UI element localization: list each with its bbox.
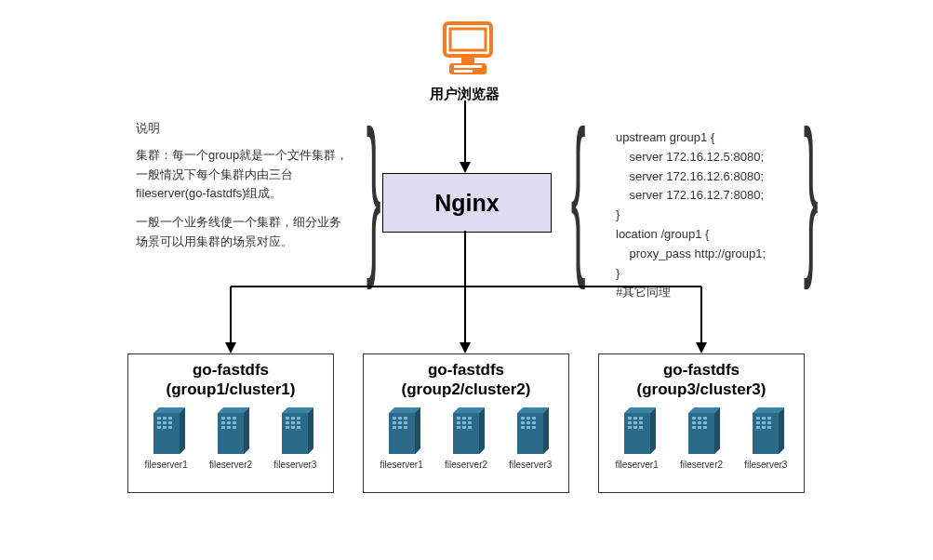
cluster-title-l1: go-fastdfs [605, 360, 798, 380]
svg-rect-18 [168, 417, 172, 420]
svg-rect-16 [157, 417, 161, 420]
note-left-title: 说明 [136, 119, 350, 139]
svg-rect-36 [297, 417, 300, 420]
server-icon [619, 406, 656, 456]
svg-rect-35 [291, 417, 295, 420]
svg-rect-77 [633, 426, 637, 429]
arrows-nginx-clusters [0, 231, 933, 361]
svg-rect-37 [286, 421, 289, 424]
svg-rect-92 [762, 421, 766, 424]
svg-rect-21 [168, 421, 172, 424]
svg-rect-50 [398, 426, 402, 429]
svg-rect-68 [526, 426, 530, 429]
svg-rect-33 [233, 426, 236, 429]
server-icon [447, 406, 485, 456]
svg-rect-2 [461, 56, 474, 63]
cluster-title-l2: (group3/cluster3) [605, 380, 798, 399]
svg-rect-23 [163, 426, 167, 429]
svg-rect-66 [532, 421, 536, 424]
server-icon [276, 406, 313, 456]
svg-rect-42 [297, 426, 300, 429]
server-label: fileserver3 [744, 460, 787, 470]
cluster-box-2: go-fastdfs (group2/cluster2) fileserver1… [363, 353, 569, 493]
server-item: fileserver3 [744, 406, 787, 470]
config-line: server 172.16.12.6:8080; [616, 167, 858, 187]
svg-rect-76 [628, 426, 632, 429]
svg-rect-43 [393, 417, 396, 420]
svg-rect-55 [457, 421, 460, 424]
config-line: upstream group1 { [616, 128, 858, 148]
svg-rect-73 [628, 421, 632, 424]
svg-rect-39 [297, 421, 300, 424]
svg-rect-89 [762, 417, 766, 420]
svg-rect-65 [526, 421, 530, 424]
svg-rect-48 [404, 421, 407, 424]
server-item: fileserver1 [145, 406, 188, 470]
svg-rect-19 [157, 421, 161, 424]
svg-rect-41 [291, 426, 295, 429]
svg-marker-13 [460, 342, 471, 353]
svg-rect-34 [286, 417, 289, 420]
svg-rect-62 [526, 417, 530, 420]
svg-rect-64 [521, 421, 525, 424]
server-label: fileserver2 [680, 460, 723, 470]
svg-rect-46 [393, 421, 396, 424]
arrow-browser-nginx [456, 100, 474, 173]
svg-rect-86 [698, 426, 701, 429]
servers-row: fileserver1 fileserver2 fileserver3 [605, 406, 798, 470]
cluster-title-l1: go-fastdfs [134, 360, 327, 380]
servers-row: fileserver1 fileserver2 fileserver3 [369, 406, 563, 470]
svg-rect-72 [639, 417, 643, 420]
svg-rect-52 [457, 417, 460, 420]
server-label: fileserver2 [445, 460, 487, 470]
svg-rect-87 [703, 426, 707, 429]
svg-rect-69 [532, 426, 536, 429]
svg-marker-7 [460, 162, 471, 173]
svg-rect-5 [454, 70, 473, 73]
svg-rect-61 [521, 417, 525, 420]
cluster-title-l2: (group2/cluster2) [369, 380, 563, 399]
svg-rect-38 [291, 421, 295, 424]
svg-rect-30 [233, 421, 236, 424]
svg-rect-56 [462, 421, 466, 424]
svg-rect-57 [468, 421, 472, 424]
svg-rect-4 [454, 65, 482, 68]
server-item: fileserver2 [209, 406, 252, 470]
svg-rect-49 [393, 426, 396, 429]
svg-rect-95 [762, 426, 766, 429]
note-left-p1: 集群：每一个group就是一个文件集群，一般情况下每个集群内由三台fileser… [136, 146, 350, 204]
svg-rect-54 [468, 417, 472, 420]
cluster-title: go-fastdfs (group2/cluster2) [369, 360, 563, 400]
diagram-container: 用户浏览器 } { } 说明 集群：每一个group就是一个文件集群，一般情况下… [0, 0, 933, 560]
svg-rect-28 [221, 421, 225, 424]
config-line: } [616, 206, 858, 225]
svg-rect-83 [698, 421, 701, 424]
svg-rect-31 [221, 426, 225, 429]
svg-rect-84 [703, 421, 707, 424]
svg-rect-22 [157, 426, 161, 429]
svg-rect-53 [462, 417, 466, 420]
server-icon [383, 406, 420, 456]
svg-rect-24 [168, 426, 172, 429]
svg-rect-63 [532, 417, 536, 420]
svg-rect-71 [633, 417, 637, 420]
svg-rect-59 [462, 426, 466, 429]
svg-rect-20 [163, 421, 167, 424]
server-label: fileserver1 [380, 460, 423, 470]
nginx-label: Nginx [434, 190, 499, 217]
svg-rect-80 [698, 417, 701, 420]
svg-rect-74 [633, 421, 637, 424]
server-item: fileserver3 [273, 406, 316, 470]
config-line: server 172.16.12.5:8080; [616, 148, 858, 167]
server-icon [512, 406, 549, 456]
svg-rect-32 [227, 426, 231, 429]
cluster-title: go-fastdfs (group3/cluster3) [605, 360, 798, 400]
svg-rect-90 [767, 417, 771, 420]
svg-rect-94 [756, 426, 760, 429]
server-item: fileserver1 [380, 406, 423, 470]
server-label: fileserver2 [209, 460, 252, 470]
server-icon [148, 406, 185, 456]
server-item: fileserver2 [445, 406, 487, 470]
server-label: fileserver1 [145, 460, 188, 470]
server-icon [747, 406, 784, 456]
